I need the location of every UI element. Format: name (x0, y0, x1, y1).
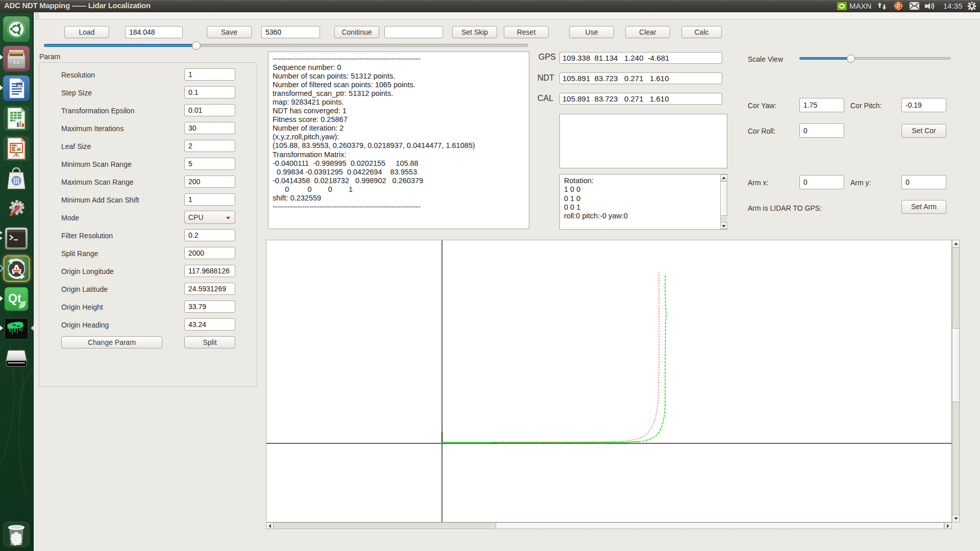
svg-text:Qt: Qt (8, 292, 21, 305)
